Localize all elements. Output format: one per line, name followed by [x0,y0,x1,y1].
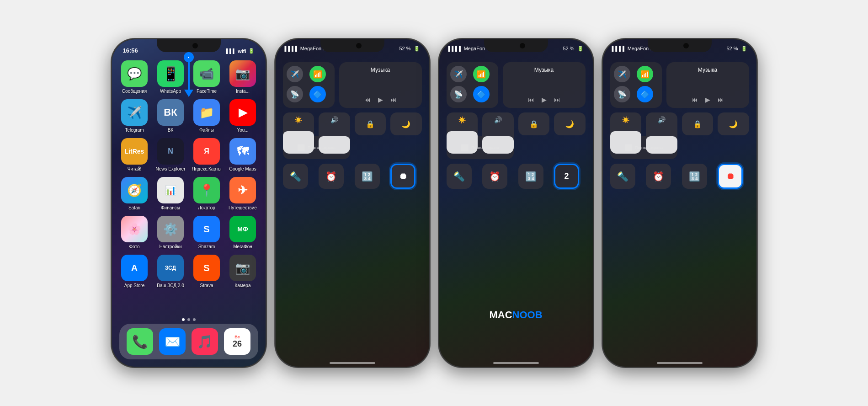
settings-label: Настройки [159,244,181,249]
volume-slider-2[interactable]: 🔊 [319,112,350,154]
connectivity-block-2: ✈️ 📶 📡 🔷 [283,62,335,108]
control-center-2: ▌▌▌▌ MegaFon Fastest LTE 52 % 🔋 ✈️ [276,39,429,367]
prev-btn-4[interactable]: ⏮ [692,96,698,103]
airplane-btn-2[interactable]: ✈️ [287,66,303,82]
battery-icon-4: 🔋 [741,46,747,52]
dock-music[interactable]: 🎵 [192,328,218,355]
play-btn-2[interactable]: ▶ [378,96,383,103]
app-files[interactable]: 📁 Файлы [192,99,222,133]
app-travel[interactable]: ✈ Путешествие [228,177,258,210]
bluetooth-btn-3[interactable]: 🔷 [473,86,490,102]
alarm-btn-2[interactable]: ⏰ [319,164,344,189]
brightness-slider-4[interactable]: ☀️ [610,112,642,154]
app-whatsapp[interactable]: 📱 WhatsApp [155,60,186,94]
app-locator[interactable]: 📍 Локатор [192,177,222,210]
cellular-btn-4[interactable]: 📶 [637,66,653,82]
do-not-disturb-3[interactable]: 🌙 [554,112,586,135]
alarm-btn-4[interactable]: ⏰ [646,164,671,189]
whatsapp-icon: 📱 [157,60,184,87]
app-photos[interactable]: 🌸 Фото [119,216,150,249]
dock: 📞 ✉️ 🎵 Вс 26 [119,324,258,359]
do-not-disturb-4[interactable]: 🌙 [718,112,749,135]
app-gmaps[interactable]: 🗺 Google Maps [228,138,258,171]
recording-active-btn-4[interactable]: ⏺ [718,164,743,189]
prev-btn-2[interactable]: ⏮ [364,96,371,103]
app-yandex[interactable]: Я Яндекс.Карты [192,138,222,171]
next-btn-4[interactable]: ⏭ [718,96,724,103]
play-btn-4[interactable]: ▶ [705,96,710,103]
brightness-slider-3[interactable]: ☀️ [447,112,478,154]
brightness-slider-2[interactable]: ☀️ [283,112,314,154]
countdown-btn-3[interactable]: 2 [554,164,579,189]
dock-phone[interactable]: 📞 [127,328,153,355]
banking-label: Ваш ЗСД 2.0 [157,283,184,288]
calculator-btn-4[interactable]: 🔢 [682,164,707,189]
instagram-label: Insta... [236,89,250,94]
cellular-btn-3[interactable]: 📶 [473,66,490,82]
swipe-gesture-arrow: • [184,52,194,97]
prev-btn-3[interactable]: ⏮ [528,96,534,103]
volume-slider-4[interactable]: 🔊 [646,112,677,154]
brightness-icon-4: ☀️ [622,116,629,123]
app-banking[interactable]: ЗСД Ваш ЗСД 2.0 [155,255,186,288]
app-appstore[interactable]: A App Store [119,255,150,288]
app-settings[interactable]: ⚙️ Настройки [155,216,186,249]
music-block-2: Музыка ⏮ ▶ ⏭ [339,62,422,108]
cellular-btn-2[interactable]: 📶 [309,66,326,82]
airplane-btn-4[interactable]: ✈️ [614,66,630,82]
calculator-btn-2[interactable]: 🔢 [355,164,380,189]
messages-label: Сообщения [122,89,147,94]
play-btn-3[interactable]: ▶ [542,96,547,103]
power-button-3[interactable] [593,117,594,149]
music-controls-3: ⏮ ▶ ⏭ [507,96,581,103]
app-messages[interactable]: 💬 Сообщения [119,60,150,94]
volume-icon-3: 🔊 [494,116,502,123]
litres-label: Читай! [128,166,142,171]
app-instagram[interactable]: 📷 Insta... [228,60,258,94]
screen-record-btn-2[interactable]: ⏺ [390,164,415,189]
rotation-lock-2[interactable]: 🔒 [355,112,386,135]
main-container: 16:56 ▌▌▌ wifi 🔋 • [0,29,868,377]
app-litres[interactable]: LitRes Читай! [119,138,150,171]
next-btn-3[interactable]: ⏭ [554,96,560,103]
rotation-lock-4[interactable]: 🔒 [682,112,714,135]
app-youtube[interactable]: ▶ You... [228,99,258,133]
wifi-btn-3[interactable]: 📡 [450,86,467,102]
next-btn-2[interactable]: ⏭ [390,96,397,103]
power-button-4[interactable] [756,117,757,149]
telegram-icon: ✈️ [121,99,148,126]
facetime-icon: 📹 [193,60,220,87]
app-telegram[interactable]: ✈️ Telegram [119,99,150,133]
app-news[interactable]: N News Explorer [155,138,186,171]
dock-mail[interactable]: ✉️ [159,328,186,355]
cc-battery-3: 52 % 🔋 [563,46,583,52]
power-button[interactable] [266,117,266,149]
flashlight-btn-2[interactable]: 🔦 [283,164,308,189]
wifi-btn-4[interactable]: 📡 [614,86,630,102]
app-safari[interactable]: 🧭 Safari [119,177,150,210]
dock-calendar[interactable]: Вс 26 [224,328,250,355]
rotation-lock-3[interactable]: 🔒 [518,112,550,135]
app-vk[interactable]: ВК ВК [155,99,186,133]
app-camera[interactable]: 📷 Камера [228,255,258,288]
flashlight-btn-3[interactable]: 🔦 [447,164,472,189]
app-strava[interactable]: S Strava [192,255,222,288]
wifi-btn-2[interactable]: 📡 [287,86,303,102]
app-facetime[interactable]: 📹 FaceTime [192,60,222,94]
app-finance[interactable]: 📊 Финансы [155,177,186,210]
bluetooth-btn-2[interactable]: 🔷 [309,86,326,102]
calculator-btn-3[interactable]: 🔢 [518,164,543,189]
app-shazam[interactable]: S Shazam [192,216,222,249]
bluetooth-btn-4[interactable]: 🔷 [637,86,653,102]
brand-noob: NOOB [512,309,543,321]
app-megafon[interactable]: МФ МегаФон [228,216,258,249]
airplane-btn-3[interactable]: ✈️ [450,66,467,82]
volume-slider-3[interactable]: 🔊 [482,112,514,154]
cc-battery-4: 52 % 🔋 [726,46,747,52]
calendar-day-label: Вс [234,335,240,339]
vk-icon: ВК [157,99,184,126]
power-button-2[interactable] [429,117,430,149]
alarm-btn-3[interactable]: ⏰ [482,164,507,189]
do-not-disturb-2[interactable]: 🌙 [390,112,422,135]
flashlight-btn-4[interactable]: 🔦 [610,164,635,189]
